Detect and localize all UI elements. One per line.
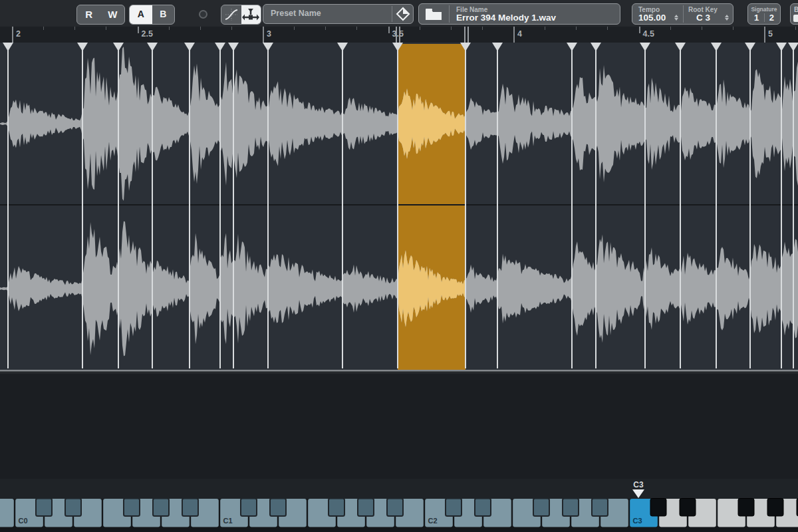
parameter-section: NormalAudioWarpSlice MODE Transient	[0, 374, 798, 479]
divider	[683, 5, 684, 23]
octave-label: C1	[223, 517, 233, 525]
ruler-tick	[670, 27, 671, 30]
edge-button-icon	[793, 15, 798, 22]
octave-label: C3	[633, 517, 642, 525]
ruler-tick	[764, 27, 765, 43]
folder-icon[interactable]	[425, 8, 442, 23]
ruler-tick	[325, 27, 326, 30]
ruler-tick	[43, 27, 44, 30]
rootkey-value[interactable]: C 3	[696, 13, 710, 23]
waveform-bottom-border	[0, 370, 798, 372]
read-automation-button[interactable]: R	[77, 5, 101, 24]
tempo-rootkey-group: Tempo 105.00 Root Key C 3	[632, 3, 733, 25]
piano-key-black[interactable]	[387, 499, 403, 517]
piano-key-black[interactable]	[358, 499, 374, 517]
piano-key-black[interactable]	[738, 499, 754, 517]
preset-diamond-icon[interactable]	[396, 7, 410, 24]
piano-key-black[interactable]	[563, 499, 579, 517]
octave-label: C2	[428, 517, 438, 525]
waveform-display[interactable]	[0, 43, 798, 374]
piano-key-black[interactable]	[182, 499, 198, 517]
region-edge-line	[467, 27, 469, 43]
ruler-label: 2	[16, 29, 21, 39]
channel-divider	[0, 204, 798, 205]
piano-key-black[interactable]	[241, 499, 257, 517]
piano-key-black[interactable]	[65, 499, 81, 517]
ruler-label: 4.5	[643, 29, 654, 39]
divider	[392, 6, 392, 22]
b-setting-button[interactable]: B	[152, 5, 175, 24]
divider	[449, 5, 450, 23]
piano-key-black[interactable]	[446, 499, 462, 517]
tempo-value[interactable]: 105.00	[638, 13, 666, 23]
a-setting-button[interactable]: A	[130, 5, 152, 24]
ruler-label: 2.5	[142, 29, 153, 39]
ruler-tick	[513, 27, 515, 43]
ruler-tick	[576, 27, 577, 30]
ab-compare-group: A B	[129, 5, 175, 25]
piano-key-black[interactable]	[329, 499, 344, 517]
selected-slice-region[interactable]	[398, 44, 466, 370]
toolbar: R W A B	[0, 0, 798, 27]
ruler-tick	[356, 27, 357, 30]
ruler-tick	[169, 27, 170, 30]
sampler-editor-window: R W A B	[0, 0, 798, 532]
ruler-tick	[451, 27, 452, 30]
rootkey-spinner[interactable]	[725, 13, 730, 22]
piano-key-black[interactable]	[767, 499, 783, 517]
edge-button-label: B	[794, 6, 798, 13]
piano-key-black[interactable]	[592, 499, 608, 517]
piano-key-black[interactable]	[153, 499, 169, 517]
piano-key-black[interactable]	[270, 499, 286, 517]
curve-icon[interactable]	[221, 5, 241, 24]
piano-key-black[interactable]	[533, 499, 549, 517]
bypass-led[interactable]	[199, 10, 207, 19]
preset-name-placeholder: Preset Name	[271, 9, 321, 18]
ruler-tick	[733, 27, 733, 30]
piano-key-black[interactable]	[124, 499, 140, 517]
divider	[764, 13, 765, 22]
piano-key-black[interactable]	[475, 499, 491, 517]
ruler-tick	[294, 27, 295, 30]
ruler-tick	[138, 27, 139, 33]
region-edge-line	[399, 27, 400, 43]
piano-key-black[interactable]	[680, 499, 696, 517]
ruler-tick	[639, 27, 640, 33]
piano-key-white[interactable]	[0, 499, 14, 527]
ruler-tick	[795, 27, 796, 30]
signature-numerator[interactable]: 1	[754, 13, 759, 23]
ruler-tick	[388, 27, 390, 33]
ruler-label: 3	[267, 29, 271, 39]
warp-snap-icon[interactable]	[241, 5, 261, 24]
edge-button[interactable]: B	[790, 3, 798, 25]
ruler-tick	[607, 27, 608, 30]
ruler-tick	[263, 27, 264, 43]
piano-key-black[interactable]	[650, 499, 666, 517]
piano-keyboard[interactable]: C0C1C2C3C3	[0, 479, 798, 532]
file-name-value: Error 394 Melody 1.wav	[456, 13, 556, 23]
timeline-ruler[interactable]: 22.533.544.55	[0, 27, 798, 43]
ruler-tick	[200, 27, 201, 30]
ruler-label: 5	[768, 29, 773, 39]
tempo-spinner[interactable]	[674, 13, 679, 22]
ruler-label: 4	[517, 29, 522, 39]
ruler-label: 3.5	[392, 29, 404, 39]
signature-label: Signature	[748, 6, 780, 13]
preset-name-field[interactable]: Preset Name	[263, 4, 414, 24]
file-name-field[interactable]: File Name Error 394 Melody 1.wav	[418, 3, 620, 25]
keyboard-top-strip	[0, 479, 798, 499]
mode-icon-group	[221, 5, 261, 25]
signature-denominator[interactable]: 2	[769, 13, 774, 23]
ruler-tick	[420, 27, 420, 30]
ruler-tick	[545, 27, 545, 30]
ruler-tick	[12, 27, 13, 43]
ruler-tick	[106, 27, 106, 30]
root-key-label: C3	[633, 480, 644, 489]
ruler-tick	[482, 27, 483, 30]
region-edge-line	[396, 27, 397, 43]
piano-key-black[interactable]	[36, 499, 52, 517]
signature-field[interactable]: Signature 1 2	[747, 3, 781, 25]
write-automation-button[interactable]: W	[101, 5, 125, 24]
automation-button-group: R W	[76, 5, 125, 25]
ruler-tick	[74, 27, 75, 30]
